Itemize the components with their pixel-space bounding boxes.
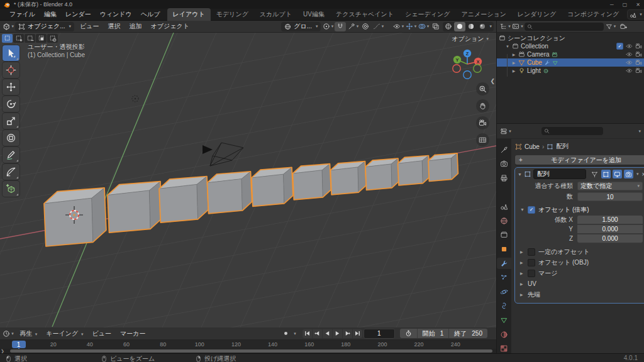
render-display-toggle[interactable] bbox=[624, 170, 633, 178]
properties-tab-physics[interactable] bbox=[497, 286, 511, 298]
maximize-button[interactable]: ▢ bbox=[623, 2, 628, 8]
shading-dropdown[interactable]: ▾ bbox=[489, 24, 494, 29]
object-name[interactable]: Light bbox=[527, 67, 541, 74]
end-frame-field[interactable]: 終了 250 bbox=[449, 329, 487, 338]
timeline-menu[interactable]: キーイング ▾ bbox=[42, 328, 87, 339]
options-dropdown[interactable]: オプション▾ bbox=[452, 35, 489, 43]
play-button[interactable] bbox=[333, 329, 342, 338]
camera-view-button[interactable] bbox=[476, 116, 489, 129]
hide-viewport-eye-icon[interactable] bbox=[626, 51, 633, 58]
cube-9[interactable] bbox=[398, 156, 430, 186]
gizmos-toggle[interactable]: ▾ bbox=[405, 22, 416, 31]
object-name[interactable]: Cube bbox=[527, 59, 542, 66]
jump-next-keyframe-button[interactable] bbox=[343, 329, 352, 338]
ortho-toggle-button[interactable] bbox=[476, 133, 489, 146]
cube-7[interactable] bbox=[331, 162, 367, 195]
properties-tab-world[interactable] bbox=[497, 215, 511, 227]
disable-render-icon[interactable] bbox=[635, 51, 642, 58]
properties-editor-type[interactable]: ▾ bbox=[500, 126, 511, 136]
pivot-dropdown[interactable]: ▾ bbox=[322, 22, 333, 31]
outliner-root-row[interactable]: シーンコレクション bbox=[497, 34, 644, 42]
timeline-scrollbar[interactable] bbox=[10, 349, 492, 353]
cursor-tool[interactable] bbox=[3, 62, 19, 78]
falloff-dropdown[interactable]: ▾ bbox=[372, 22, 384, 31]
count-field[interactable]: 10 bbox=[577, 192, 643, 201]
workspace-tab[interactable]: アニメーション bbox=[455, 8, 511, 21]
pan-button[interactable] bbox=[476, 99, 489, 112]
shading-solid-button[interactable] bbox=[454, 22, 465, 31]
select-mode-extend[interactable] bbox=[13, 34, 24, 43]
outliner-filter-mode[interactable]: ▾ bbox=[512, 22, 523, 31]
orientation-dropdown[interactable]: グロ... ▾ bbox=[281, 22, 321, 31]
viewport-menu-選択[interactable]: 選択 bbox=[104, 21, 125, 32]
panel-checkbox[interactable] bbox=[528, 259, 535, 266]
cube-10[interactable] bbox=[428, 153, 458, 182]
transform-tool[interactable] bbox=[3, 130, 19, 146]
visibility-dropdown[interactable]: ▾ bbox=[392, 22, 404, 31]
editor-type-button[interactable]: ▾ bbox=[3, 22, 14, 31]
realtime-display-toggle[interactable] bbox=[613, 170, 622, 178]
cube-5[interactable] bbox=[252, 167, 293, 206]
properties-tab-particles[interactable] bbox=[497, 272, 511, 283]
auto-keying-button[interactable] bbox=[280, 329, 291, 338]
timeline-menu[interactable]: ビュー bbox=[88, 328, 116, 339]
outliner-row-camera[interactable]: ▶Camera bbox=[497, 50, 644, 58]
properties-tab-tool[interactable] bbox=[497, 144, 511, 156]
offset-panel-header[interactable]: ▼✓オフセット (倍率) bbox=[515, 204, 644, 215]
hide-viewport-eye-icon[interactable] bbox=[626, 67, 633, 74]
viewport-3d[interactable]: ユーザー・透視投影 (1) Collection | Cube オプション▾ Z… bbox=[0, 33, 496, 327]
jump-to-end-button[interactable] bbox=[353, 329, 362, 338]
modifier-extras-dropdown[interactable]: ▾ bbox=[636, 172, 639, 177]
on-cage-toggle[interactable] bbox=[601, 170, 611, 178]
workspace-tab[interactable]: コンポジティング bbox=[562, 8, 625, 21]
properties-options-dropdown[interactable]: ▾ bbox=[638, 129, 641, 134]
expand-arrow[interactable]: ▶ bbox=[520, 260, 525, 265]
add-modifier-button[interactable]: + モディファイアーを追加 bbox=[515, 155, 644, 165]
viewport-menu-ビュー[interactable]: ビュー bbox=[75, 21, 103, 32]
minimize-button[interactable]: ─ bbox=[610, 2, 614, 8]
snap-target-dropdown[interactable]: ▾ bbox=[347, 22, 358, 31]
collapsed-panel-先端[interactable]: ▶先端 bbox=[515, 289, 644, 300]
hide-viewport-eye-icon[interactable] bbox=[626, 43, 633, 50]
gizmo-neg-y-axis[interactable] bbox=[474, 65, 481, 72]
cube-4[interactable] bbox=[208, 172, 252, 214]
move-tool[interactable] bbox=[3, 79, 19, 95]
hide-viewport-eye-icon[interactable] bbox=[626, 59, 633, 66]
cube-8[interactable] bbox=[365, 158, 399, 190]
collapsed-panel-一定のオフセット[interactable]: ▶一定のオフセット bbox=[515, 246, 644, 257]
expand-arrow[interactable]: ▶ bbox=[520, 292, 525, 297]
playhead[interactable]: 1 bbox=[12, 341, 26, 348]
jump-prev-keyframe-button[interactable] bbox=[313, 329, 322, 338]
offset-value-field[interactable]: 1.500 bbox=[577, 216, 643, 224]
offset-value-field[interactable]: 0.000 bbox=[577, 225, 643, 234]
timeline-menu[interactable]: 再生 ▾ bbox=[15, 328, 42, 339]
timeline-menu[interactable]: マーカー bbox=[116, 328, 150, 339]
add-cube-tool[interactable] bbox=[3, 181, 19, 197]
sidebar-toggle[interactable]: ❮ bbox=[490, 78, 495, 84]
workspace-tab[interactable]: レンダリング bbox=[512, 8, 562, 21]
zoom-button[interactable] bbox=[476, 82, 489, 96]
menu-ウィンドウ[interactable]: ウィンドウ bbox=[96, 9, 136, 20]
play-reverse-button[interactable] bbox=[323, 329, 332, 338]
disable-render-icon[interactable] bbox=[635, 67, 642, 74]
workspace-tab[interactable]: モデリング bbox=[211, 8, 254, 21]
cube-6[interactable] bbox=[293, 164, 331, 200]
outliner-display-mode[interactable]: ▾ bbox=[499, 22, 511, 31]
properties-tab-scene[interactable] bbox=[497, 200, 511, 212]
menu-ファイル[interactable]: ファイル bbox=[5, 9, 40, 20]
viewport-menu-追加[interactable]: 追加 bbox=[125, 21, 147, 32]
delete-modifier-button[interactable]: × bbox=[640, 171, 644, 178]
shading-wireframe-button[interactable] bbox=[443, 22, 454, 31]
shading-material-button[interactable] bbox=[465, 22, 477, 31]
outliner-row-cube[interactable]: ▶Cube bbox=[497, 58, 644, 67]
menu-レンダー[interactable]: レンダー bbox=[61, 9, 96, 20]
expand-arrow[interactable]: ▶ bbox=[511, 52, 516, 57]
measure-tool[interactable] bbox=[3, 164, 19, 180]
collection-checkbox[interactable]: ✓ bbox=[616, 43, 623, 50]
select-mode-subtract[interactable] bbox=[25, 34, 35, 43]
menu-ヘルプ[interactable]: ヘルプ bbox=[136, 9, 165, 20]
select-box-tool[interactable] bbox=[3, 45, 19, 61]
gizmo-neg-z-axis[interactable] bbox=[464, 71, 471, 79]
properties-search-input[interactable] bbox=[541, 127, 603, 135]
properties-tab-collection[interactable] bbox=[497, 229, 511, 241]
